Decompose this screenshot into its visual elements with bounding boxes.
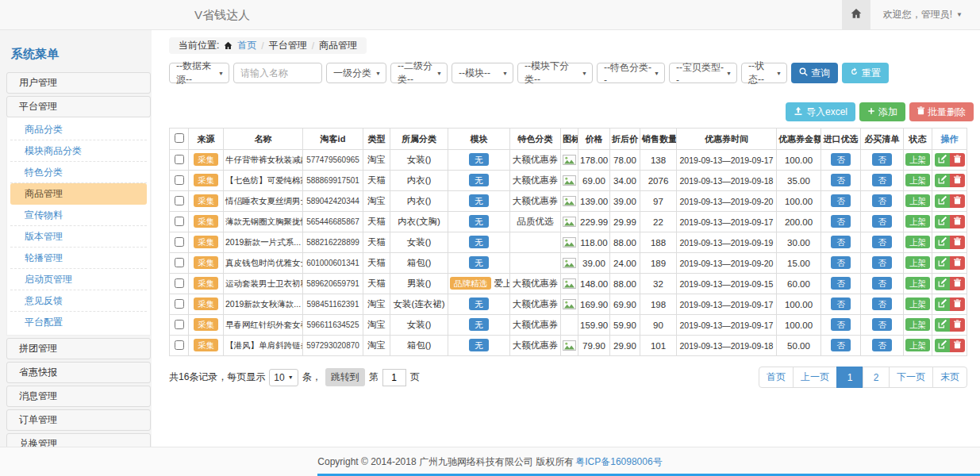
row-checkbox[interactable] xyxy=(175,340,184,350)
edit-button[interactable] xyxy=(935,318,950,332)
status-button[interactable]: 上架 xyxy=(905,194,930,207)
home-button[interactable] xyxy=(842,0,870,29)
sidebar-item-启动页管理[interactable]: 启动页管理 xyxy=(10,269,147,290)
page-button-下一页[interactable]: 下一页 xyxy=(889,367,933,388)
delete-button[interactable] xyxy=(950,215,965,228)
delete-button[interactable] xyxy=(950,174,965,187)
status-button[interactable]: 上架 xyxy=(905,215,930,228)
status-button[interactable]: 上架 xyxy=(905,174,930,186)
must-buy-toggle-button[interactable]: 否 xyxy=(872,215,892,228)
delete-button[interactable] xyxy=(950,339,965,352)
row-checkbox[interactable] xyxy=(175,196,184,205)
icp-link[interactable]: 粤ICP备16098006号 xyxy=(575,455,662,469)
import-toggle-button[interactable]: 否 xyxy=(831,277,851,290)
must-buy-toggle-button[interactable]: 否 xyxy=(872,298,892,310)
must-buy-toggle-button[interactable]: 否 xyxy=(872,174,892,186)
status-button[interactable]: 上架 xyxy=(905,153,930,166)
page-button-2[interactable]: 2 xyxy=(863,367,890,388)
edit-button[interactable] xyxy=(935,256,950,270)
delete-button[interactable] xyxy=(950,256,965,270)
row-checkbox[interactable] xyxy=(175,278,184,288)
import-toggle-button[interactable]: 否 xyxy=(831,256,851,269)
page-button-上一页[interactable]: 上一页 xyxy=(793,367,837,388)
import-toggle-button[interactable]: 否 xyxy=(831,318,851,331)
row-checkbox[interactable] xyxy=(175,320,184,329)
delete-button[interactable] xyxy=(950,298,965,311)
import-excel-button[interactable]: 导入excel xyxy=(786,102,855,121)
add-button[interactable]: 添加 xyxy=(859,102,905,121)
status-button[interactable]: 上架 xyxy=(905,298,930,310)
page-button-首页[interactable]: 首页 xyxy=(759,367,794,388)
must-buy-toggle-button[interactable]: 否 xyxy=(872,194,892,207)
must-buy-toggle-button[interactable]: 否 xyxy=(872,339,892,351)
page-size-select[interactable]: 10 ▼ xyxy=(269,369,298,386)
filter-select-6[interactable]: --特色分类--▼ xyxy=(597,63,665,83)
filter-select-7[interactable]: --宝贝类型--▼ xyxy=(669,63,737,83)
must-buy-toggle-button[interactable]: 否 xyxy=(872,256,892,269)
sidebar-item-特色分类[interactable]: 特色分类 xyxy=(10,162,147,183)
page-button-1[interactable]: 1 xyxy=(836,367,863,388)
edit-button[interactable] xyxy=(935,277,950,290)
sidebar-group-2[interactable]: 平台管理 xyxy=(6,96,151,117)
row-checkbox[interactable] xyxy=(175,175,184,185)
row-checkbox[interactable] xyxy=(175,299,184,309)
filter-select-1[interactable]: --数据来源--▼ xyxy=(169,63,229,83)
import-toggle-button[interactable]: 否 xyxy=(831,215,851,228)
import-toggle-button[interactable]: 否 xyxy=(831,339,851,351)
delete-button[interactable] xyxy=(950,277,965,290)
sidebar-item-商品分类[interactable]: 商品分类 xyxy=(10,119,147,140)
row-checkbox[interactable] xyxy=(175,237,184,247)
row-checkbox[interactable] xyxy=(175,217,184,226)
import-toggle-button[interactable]: 否 xyxy=(831,174,851,186)
edit-button[interactable] xyxy=(935,298,950,311)
edit-button[interactable] xyxy=(935,194,950,208)
row-checkbox[interactable] xyxy=(175,258,184,267)
jump-page-input[interactable] xyxy=(382,369,406,386)
name-search-input[interactable] xyxy=(233,63,322,83)
sidebar-group-4[interactable]: 省惠快报 xyxy=(6,362,151,383)
edit-button[interactable] xyxy=(935,236,950,249)
select-all-checkbox[interactable] xyxy=(175,133,184,143)
breadcrumb-home-link[interactable]: 首页 xyxy=(237,39,256,52)
batch-delete-button[interactable]: 批量删除 xyxy=(909,102,974,121)
must-buy-toggle-button[interactable]: 否 xyxy=(872,318,892,331)
status-button[interactable]: 上架 xyxy=(905,236,930,248)
page-button-末页[interactable]: 末页 xyxy=(932,367,967,388)
must-buy-toggle-button[interactable]: 否 xyxy=(872,277,892,290)
import-toggle-button[interactable]: 否 xyxy=(831,153,851,166)
delete-button[interactable] xyxy=(950,153,965,167)
filter-select-8[interactable]: --状态--▼ xyxy=(741,63,787,83)
must-buy-toggle-button[interactable]: 否 xyxy=(872,153,892,166)
sidebar-item-意见反馈[interactable]: 意见反馈 xyxy=(10,290,147,312)
delete-button[interactable] xyxy=(950,194,965,208)
sidebar-group-3[interactable]: 拼团管理 xyxy=(6,338,151,359)
search-button[interactable]: 查询 xyxy=(791,63,838,83)
delete-button[interactable] xyxy=(950,236,965,249)
status-button[interactable]: 上架 xyxy=(905,277,930,290)
edit-button[interactable] xyxy=(935,153,950,167)
status-button[interactable]: 上架 xyxy=(905,256,930,269)
reset-button[interactable]: 重置 xyxy=(842,63,889,83)
must-buy-toggle-button[interactable]: 否 xyxy=(872,236,892,248)
sidebar-item-商品管理[interactable]: 商品管理 xyxy=(10,183,147,205)
sidebar-item-宣传物料[interactable]: 宣传物料 xyxy=(10,205,147,226)
sidebar-item-模块商品分类[interactable]: 模块商品分类 xyxy=(10,140,147,162)
filter-select-2[interactable]: 一级分类▼ xyxy=(326,63,386,83)
import-toggle-button[interactable]: 否 xyxy=(831,298,851,310)
sidebar-group-5[interactable]: 消息管理 xyxy=(6,386,151,407)
jump-button[interactable]: 跳转到 xyxy=(325,368,365,386)
edit-button[interactable] xyxy=(935,339,950,352)
filter-select-3[interactable]: --二级分类--▼ xyxy=(390,63,448,83)
edit-button[interactable] xyxy=(935,174,950,187)
user-menu[interactable]: 欢迎您，管理员! ▼ xyxy=(870,0,980,29)
filter-select-5[interactable]: --模块下分类--▼ xyxy=(517,63,593,83)
edit-button[interactable] xyxy=(935,215,950,228)
status-button[interactable]: 上架 xyxy=(905,318,930,331)
row-checkbox[interactable] xyxy=(175,155,184,164)
import-toggle-button[interactable]: 否 xyxy=(831,236,851,248)
import-toggle-button[interactable]: 否 xyxy=(831,194,851,207)
status-button[interactable]: 上架 xyxy=(905,339,930,351)
sidebar-group-1[interactable]: 用户管理 xyxy=(6,72,151,94)
sidebar-group-6[interactable]: 订单管理 xyxy=(6,409,151,431)
sidebar-item-平台配置[interactable]: 平台配置 xyxy=(10,312,147,333)
